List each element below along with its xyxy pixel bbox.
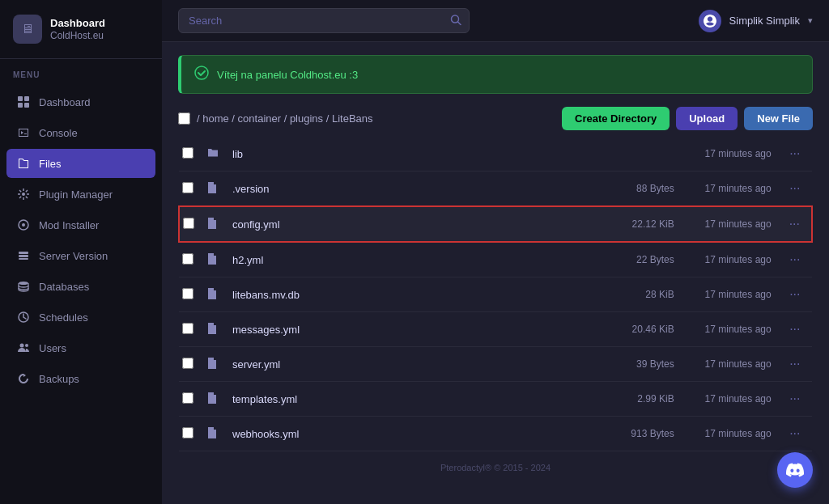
sidebar-item-server-version[interactable]: Server Version [6,241,155,270]
select-all-checkbox[interactable] [178,112,190,125]
sidebar-item-label-plugin-manager: Plugin Manager [39,188,113,201]
more-options-button[interactable]: ··· [784,355,805,373]
file-checkbox-6[interactable] [182,358,193,369]
sidebar-item-label-databases: Databases [39,281,89,293]
file-size: 20.46 KiB [632,324,674,335]
alert-message: Vítej na panelu Coldhost.eu :3 [217,69,358,81]
main-content: Simplik Simplik ▾ Vítej na panelu Coldho… [162,0,829,504]
file-size: 28 KiB [645,289,674,300]
search-input[interactable] [178,8,470,33]
alert-icon [194,66,209,83]
svg-rect-3 [24,103,29,108]
file-modified: 17 minutes ago [705,218,772,230]
new-file-button[interactable]: New File [744,107,813,130]
brand-area: 🖥 Dashboard ColdHost.eu [0,0,162,59]
more-options-button[interactable]: ··· [784,215,805,233]
create-directory-button[interactable]: Create Directory [562,107,670,130]
file-checkbox-4[interactable] [182,288,193,299]
discord-fab[interactable] [777,452,813,488]
menu-label: MENU [0,59,162,84]
svg-point-10 [19,282,28,285]
more-options-button[interactable]: ··· [784,390,805,408]
file-name[interactable]: templates.yml [232,393,297,405]
file-name[interactable]: messages.yml [232,324,300,336]
more-options-button[interactable]: ··· [784,251,805,269]
table-row: webhooks.yml 913 Bytes 17 minutes ago ··… [179,417,812,451]
file-icon [206,184,218,197]
file-name[interactable]: litebans.mv.db [232,289,300,301]
avatar [699,10,721,32]
sidebar-item-label-server-version: Server Version [39,250,108,262]
more-options-button[interactable]: ··· [784,180,805,197]
file-name[interactable]: .version [232,183,270,195]
table-row: server.yml 39 Bytes 17 minutes ago ··· [179,347,812,382]
svg-rect-1 [24,96,29,101]
sidebar-item-users[interactable]: Users [6,333,155,362]
file-checkbox-8[interactable] [182,427,193,438]
sidebar-item-schedules[interactable]: Schedules [6,303,155,332]
schedules-icon [16,310,31,324]
file-modified: 17 minutes ago [705,428,772,439]
table-row: h2.yml 22 Bytes 17 minutes ago ··· [179,242,812,277]
sidebar-item-label-dashboard: Dashboard [39,96,91,108]
more-options-button[interactable]: ··· [784,425,805,443]
svg-rect-7 [19,252,28,254]
more-options-button[interactable]: ··· [784,286,805,303]
file-name[interactable]: h2.yml [232,254,263,266]
file-size: 88 Bytes [636,183,674,194]
file-icon [206,290,218,303]
file-modified: 17 minutes ago [705,148,772,159]
user-area: Simplik Simplik ▾ [699,10,813,32]
svg-line-15 [458,22,461,25]
file-size: 39 Bytes [636,358,674,370]
brand-icon: 🖥 [13,15,42,44]
file-name[interactable]: server.yml [232,358,280,371]
svg-point-4 [22,193,25,196]
file-modified: 17 minutes ago [705,358,772,370]
sidebar-item-dashboard[interactable]: Dashboard [6,87,155,116]
more-options-button[interactable]: ··· [784,320,805,338]
sidebar-item-files[interactable]: Files [6,149,155,178]
search-icon[interactable] [450,14,461,28]
file-name[interactable]: lib [232,148,243,160]
file-size: 22.12 KiB [632,218,674,230]
topbar: Simplik Simplik ▾ [162,0,829,42]
file-modified: 17 minutes ago [705,393,772,404]
sidebar-nav: Dashboard Console Files [0,84,162,396]
sidebar-item-label-users: Users [39,342,66,354]
breadcrumb-area: / home / container / plugins / LiteBans [178,112,373,125]
file-checkbox-1[interactable] [182,182,193,193]
svg-rect-2 [18,103,23,108]
file-checkbox-2[interactable] [183,218,194,229]
sidebar-item-label-console: Console [39,127,78,139]
file-checkbox-7[interactable] [182,392,193,404]
table-row: messages.yml 20.46 KiB 17 minutes ago ··… [179,312,812,347]
user-name: Simplik Simplik [729,15,800,27]
breadcrumb: / home / container / plugins / LiteBans [197,112,373,125]
alert-banner: Vítej na panelu Coldhost.eu :3 [178,55,813,94]
sidebar-item-mod-installer[interactable]: Mod Installer [6,210,155,239]
file-name[interactable]: webhooks.yml [232,428,299,440]
footer: Pterodactyl® © 2015 - 2024 [178,451,813,484]
file-checkbox-0[interactable] [182,147,193,159]
file-name[interactable]: config.yml [232,218,280,231]
file-size: 913 Bytes [631,428,674,439]
search-container [178,8,470,33]
upload-button[interactable]: Upload [676,107,738,130]
table-row: config.yml 22.12 KiB 17 minutes ago ··· [179,206,812,242]
file-icon [206,429,218,442]
file-size: 2.99 KiB [637,393,674,404]
sidebar-item-label-backups: Backups [39,373,79,385]
brand-text: Dashboard ColdHost.eu [50,17,105,41]
sidebar-item-plugin-manager[interactable]: Plugin Manager [6,180,155,209]
sidebar-item-databases[interactable]: Databases [6,272,155,301]
backups-icon [16,371,31,386]
file-table: lib 17 minutes ago ··· .version 88 Bytes… [178,137,813,451]
sidebar-item-backups[interactable]: Backups [6,364,155,393]
file-checkbox-3[interactable] [182,253,193,265]
brand-subtitle: ColdHost.eu [50,30,105,41]
file-size: 22 Bytes [636,254,674,265]
sidebar-item-console[interactable]: Console [6,118,155,147]
more-options-button[interactable]: ··· [784,145,805,163]
file-checkbox-5[interactable] [182,323,193,334]
